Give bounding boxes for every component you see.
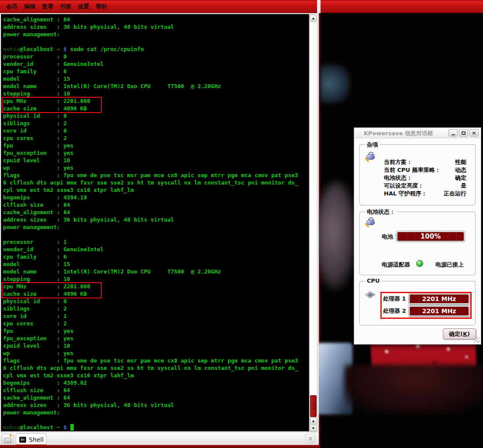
menu-item-5[interactable]: 帮助 <box>96 3 107 10</box>
dialog-body: 杂项 当前方案：性能当前 CPU 频率策略：动态电池状态：确定可以设定亮度：是H… <box>354 138 481 344</box>
adapter-label: 电源适配器 <box>382 261 410 269</box>
terminal-line: physical id : 0 <box>3 298 298 305</box>
terminal-line: stepping : 10 <box>3 275 298 283</box>
highlight-box-cpu-freq <box>380 292 472 319</box>
terminal-line: core id : 1 <box>3 312 298 320</box>
info-row: 可以设定亮度：是 <box>384 182 466 190</box>
highlight-box-cpu0 <box>2 97 102 113</box>
terminal-line: model : 15 <box>3 75 298 82</box>
info-label: 当前 CPU 频率策略： <box>384 166 441 174</box>
terminal-line: address sizes : 36 bits physical, 48 bit… <box>3 401 298 409</box>
menu-bar: 会话编辑查看书签设置帮助 <box>0 0 317 13</box>
battery-plug-icon <box>365 217 376 227</box>
kpowersave-dialog: KPowersave 信息对话框 × 杂项 当前方案：性能当前 CPU 频率策略… <box>354 127 481 345</box>
terminal-line: processor : 0 <box>3 53 298 60</box>
minimize-icon <box>452 134 455 135</box>
menu-item-4[interactable]: 设置 <box>78 3 89 10</box>
terminal-line: stepping : 10 <box>3 90 298 97</box>
ok-button[interactable]: 确定(K) <box>443 328 476 339</box>
video-background: KPowersave 信息对话框 × 杂项 当前方案：性能当前 CPU 频率策略… <box>319 0 483 448</box>
close-button[interactable]: × <box>469 129 479 137</box>
terminal-line: fpu : yes <box>3 142 298 149</box>
maximize-icon <box>462 131 466 135</box>
konsole-window: 会话编辑查看书签设置帮助 cache_alignment : 64address… <box>0 0 319 448</box>
info-value: 是 <box>461 182 466 190</box>
tab-shell[interactable]: $> Shell <box>16 433 46 445</box>
resize-grip[interactable] <box>473 337 480 343</box>
terminal-line <box>3 38 298 45</box>
terminal-line: 6 clflush dts acpi mmx fxsr sse sse2 ss … <box>3 179 298 186</box>
maximize-button[interactable] <box>459 129 468 137</box>
terminal-line: 6 clflush dts acpi mmx fxsr sse sse2 ss … <box>3 364 298 372</box>
terminal-line: power management: <box>3 409 298 416</box>
info-row: 当前 CPU 频率策略：动态 <box>384 166 466 174</box>
dialog-titlebar[interactable]: KPowersave 信息对话框 × <box>354 128 481 138</box>
scroll-up-button-bottom[interactable]: ▲ <box>310 417 317 424</box>
menu-item-2[interactable]: 查看 <box>42 3 53 10</box>
menu-item-3[interactable]: 书签 <box>60 3 71 10</box>
info-label: 电池状态： <box>384 174 412 182</box>
terminal-line: clflush size : 64 <box>3 201 298 209</box>
group-cpu: CPU 处理器 12201 MHz处理器 22201 MHz <box>359 281 476 325</box>
terminal-line: cpuid level : 10 <box>3 342 298 349</box>
group-battery: 电池状态： 电池 1 100% 电源适配器 电源已接上 <box>359 212 476 275</box>
terminal-line: cpl vmx est tm2 ssse3 cx16 xtpr lahf_lm <box>3 372 298 379</box>
info-label: 当前方案： <box>384 158 412 166</box>
terminal-line: address sizes : 36 bits physical, 48 bit… <box>3 216 298 223</box>
konsole-icon: $> <box>19 437 26 443</box>
terminal-output: cache_alignment : 64address sizes : 36 b… <box>3 16 298 431</box>
adapter-status: 电源已接上 <box>435 261 464 269</box>
session-tab-bar: ★ $> Shell × <box>0 432 319 445</box>
terminal-line: clflush size : 64 <box>3 386 298 394</box>
arrow-up-icon: ▲ <box>312 17 314 20</box>
scrollbar-thumb[interactable] <box>310 395 317 417</box>
arrow-down-icon: ▼ <box>312 427 314 430</box>
video-dark-region <box>320 65 350 103</box>
terminal-line: address sizes : 36 bits physical, 48 bit… <box>3 23 298 31</box>
terminal-line: wp : yes <box>3 164 298 171</box>
terminal-line <box>3 231 298 238</box>
terminal-line: cpl vmx est tm2 ssse3 cx16 xtpr lahf_lm <box>3 186 298 194</box>
menu-item-0[interactable]: 会话 <box>6 3 17 10</box>
new-session-icon <box>4 438 11 443</box>
terminal-line: power management: <box>3 223 298 231</box>
video-dark-region <box>344 365 483 414</box>
terminal-line: cpu cores : 2 <box>3 134 298 142</box>
terminal-line: flags : fpu vme de pse tsc msr pae mce c… <box>3 171 298 179</box>
arrow-up-icon: ▲ <box>312 419 314 423</box>
terminal-line: moksa@localhost ~ $ <box>3 424 298 431</box>
group-misc: 杂项 当前方案：性能当前 CPU 频率策略：动态电池状态：确定可以设定亮度：是H… <box>359 144 476 205</box>
video-dark-region <box>319 182 357 291</box>
terminal-screen[interactable]: cache_alignment : 64address sizes : 36 b… <box>1 14 309 431</box>
minimize-button[interactable] <box>448 129 458 137</box>
menu-item-1[interactable]: 编辑 <box>24 3 35 10</box>
terminal-line: cache_alignment : 64 <box>3 209 298 216</box>
star-icon: ★ <box>9 434 13 438</box>
terminal-line: model : 15 <box>3 260 298 268</box>
close-icon: × <box>472 130 476 136</box>
battery-progress-value: 100% <box>397 232 464 241</box>
terminal-line: vendor_id : GenuineIntel <box>3 60 298 68</box>
scroll-down-button[interactable]: ▼ <box>310 425 317 432</box>
scroll-up-button[interactable]: ▲ <box>310 15 317 22</box>
terminal-line: moksa@localhost ~ $ sudo cat /proc/cpuin… <box>3 45 298 53</box>
terminal-line: power management: <box>3 31 298 38</box>
window-bottom-border <box>0 445 319 448</box>
close-session-button[interactable]: × <box>305 434 315 443</box>
group-battery-legend: 电池状态： <box>365 208 397 216</box>
terminal-line: processor : 1 <box>3 238 298 246</box>
terminal-line: wp : yes <box>3 349 298 357</box>
terminal-scrollbar[interactable]: ▲ ▲ ▼ <box>309 14 317 431</box>
info-row: HAL 守护程序：正在运行 <box>384 190 466 198</box>
cpu-chip-icon <box>364 291 376 298</box>
terminal-line: cpu family : 6 <box>3 68 298 75</box>
highlight-box-cpu1 <box>2 282 102 298</box>
adapter-led-icon <box>416 260 423 267</box>
kpowersave-plug-icon <box>365 152 376 161</box>
terminal-line: fpu_exception : yes <box>3 149 298 157</box>
new-session-button[interactable]: ★ <box>2 434 14 444</box>
info-value: 动态 <box>455 166 466 174</box>
info-value: 正在运行 <box>444 190 466 198</box>
terminal-line: fpu : yes <box>3 327 298 335</box>
terminal-cursor <box>70 424 74 431</box>
